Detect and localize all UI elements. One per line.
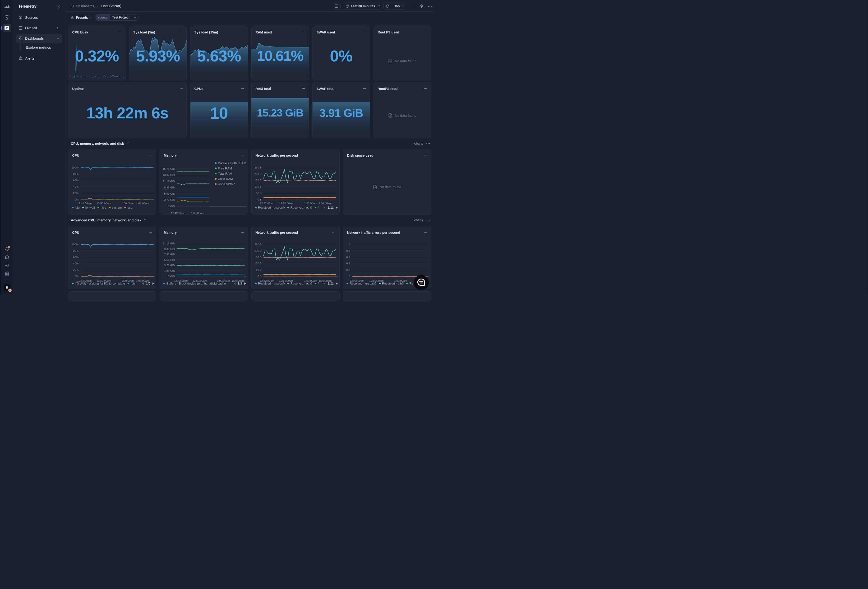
svg-text:80%: 80% [73, 173, 78, 175]
svg-text:12:42:00am: 12:42:00am [171, 212, 185, 215]
svg-text:50 B: 50 B [256, 192, 261, 195]
svg-text:12:50:00am: 12:50:00am [279, 202, 294, 205]
svg-text:0.8: 0.8 [346, 249, 350, 252]
svg-text:5.59 GiB: 5.59 GiB [164, 258, 175, 261]
svg-text:0 GiB: 0 GiB [168, 275, 175, 277]
svg-text:0%: 0% [74, 275, 78, 277]
svg-text:5.59 GiB: 5.59 GiB [164, 192, 175, 195]
svg-text:200 B: 200 B [254, 249, 261, 252]
svg-text:20%: 20% [73, 268, 78, 271]
svg-text:200 B: 200 B [254, 173, 261, 175]
svg-text:1:00:00am: 1:00:00am [191, 212, 204, 215]
svg-text:0 B: 0 B [258, 275, 262, 277]
svg-text:1:00:00am: 1:00:00am [304, 202, 317, 205]
svg-text:250 B: 250 B [254, 166, 261, 169]
svg-text:16.76 GiB: 16.76 GiB [163, 167, 175, 170]
svg-text:50 B: 50 B [256, 268, 261, 271]
svg-text:100%: 100% [71, 166, 78, 169]
svg-text:1:00:00am: 1:00:00am [121, 202, 134, 205]
svg-text:0: 0 [348, 275, 350, 277]
svg-text:100 B: 100 B [254, 262, 261, 265]
svg-text:1: 1 [348, 243, 350, 246]
svg-text:40%: 40% [73, 185, 78, 188]
svg-text:1:06:00am: 1:06:00am [319, 202, 332, 205]
svg-text:60%: 60% [73, 256, 78, 258]
svg-text:60%: 60% [73, 179, 78, 182]
svg-text:13.97 GiB: 13.97 GiB [163, 173, 175, 176]
svg-text:7.45 GiB: 7.45 GiB [164, 253, 175, 256]
svg-text:0.4: 0.4 [346, 262, 350, 265]
svg-text:40%: 40% [73, 262, 78, 265]
svg-text:150 B: 150 B [254, 256, 261, 258]
svg-text:1.86 GiB: 1.86 GiB [164, 269, 175, 272]
svg-text:1:06:00am: 1:06:00am [136, 202, 149, 205]
svg-text:0 GiB: 0 GiB [168, 205, 175, 208]
svg-text:0.2: 0.2 [346, 268, 350, 271]
svg-text:20%: 20% [73, 192, 78, 195]
svg-text:100 B: 100 B [254, 185, 261, 188]
svg-text:9.31 GiB: 9.31 GiB [164, 247, 175, 250]
svg-text:0 B: 0 B [258, 198, 262, 201]
svg-text:0.6: 0.6 [346, 256, 350, 258]
svg-text:3.73 GiB: 3.73 GiB [164, 263, 175, 266]
svg-text:2.79 GiB: 2.79 GiB [164, 198, 175, 201]
svg-text:12:42:00am: 12:42:00am [260, 202, 275, 205]
svg-text:250 B: 250 B [254, 243, 261, 246]
svg-text:12:42:00am: 12:42:00am [77, 202, 92, 205]
svg-text:11.18 GiB: 11.18 GiB [163, 242, 175, 245]
svg-text:0%: 0% [74, 198, 78, 201]
svg-text:150 B: 150 B [254, 179, 261, 182]
svg-text:11.18 GiB: 11.18 GiB [163, 180, 175, 183]
svg-text:8.38 GiB: 8.38 GiB [164, 186, 175, 189]
svg-text:100%: 100% [71, 243, 78, 246]
svg-text:12:50:00am: 12:50:00am [96, 202, 111, 205]
svg-text:80%: 80% [73, 249, 78, 252]
